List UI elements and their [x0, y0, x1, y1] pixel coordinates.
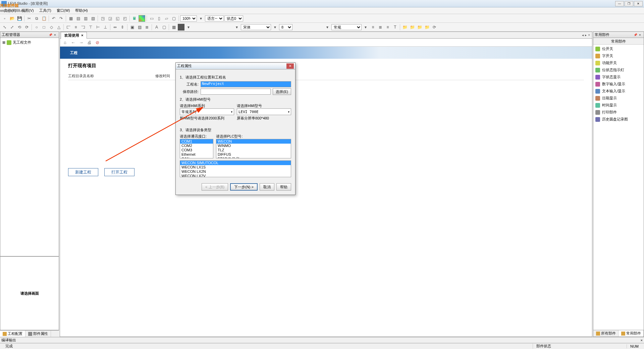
list-item[interactable]: DIFFUS	[216, 152, 291, 157]
tool-icon[interactable]: ▧	[90, 15, 96, 22]
component-item[interactable]: 时间显示	[594, 102, 643, 109]
close-panel-icon[interactable]: ×	[53, 33, 57, 37]
open-project-button[interactable]: 打开工程	[104, 168, 135, 176]
zoom-combo[interactable]: 100%	[180, 15, 197, 21]
open-icon[interactable]: 📂	[9, 15, 15, 22]
menu-help[interactable]: 帮助(H)	[72, 7, 90, 14]
list-item[interactable]: ET10VA 欧华	[216, 157, 291, 158]
new-project-button[interactable]: 新建工程	[68, 168, 98, 176]
home-icon[interactable]: ⌂	[62, 40, 68, 46]
align-left-icon[interactable]: ⫍	[65, 24, 72, 31]
tool-icon[interactable]: ◱	[114, 15, 121, 22]
list-item[interactable]: COM3	[180, 148, 213, 152]
refresh-icon[interactable]: ⟳	[431, 24, 438, 31]
calc-icon[interactable]: 🖩	[131, 15, 138, 22]
align-icon[interactable]: ⤢	[9, 24, 15, 31]
compile-output-header[interactable]: 编译输出 ×	[0, 337, 644, 343]
menu-view[interactable]: 视图(V)	[19, 7, 37, 14]
tab-part-property[interactable]: 部件属性	[25, 331, 51, 337]
dist-icon[interactable]: ⇔	[112, 24, 118, 31]
port-listbox[interactable]: COM1COM2COM3EthernetCAN	[180, 139, 213, 158]
align-text-center-icon[interactable]: ≣	[377, 24, 384, 31]
forward-icon[interactable]: →	[78, 40, 84, 46]
tool-icon[interactable]: ◳	[99, 15, 106, 22]
font-combo[interactable]: 宋体	[241, 24, 271, 30]
minimize-button[interactable]: —	[615, 1, 624, 6]
tool-icon[interactable]: ▦	[67, 15, 74, 22]
shape-icon[interactable]: △	[55, 24, 62, 31]
tool-icon[interactable]: ▢	[170, 15, 177, 22]
close-tab-icon[interactable]: ×	[81, 33, 83, 37]
dropdown-arrow-icon[interactable]: ▾	[272, 24, 278, 31]
shape-icon[interactable]: □	[41, 24, 47, 31]
list-item[interactable]: CAN	[180, 157, 213, 158]
save-path-input[interactable]	[201, 89, 271, 95]
tab-nav-right-icon[interactable]: ▸	[585, 33, 587, 37]
hmi-series-combo[interactable]: 常规系列	[180, 108, 234, 115]
help-button[interactable]: 帮助	[276, 183, 291, 191]
text-icon[interactable]: A	[153, 24, 160, 31]
tab-close-icon[interactable]: ×	[588, 33, 590, 37]
tool-icon[interactable]: ▭	[148, 15, 155, 22]
component-item[interactable]: 字状态显示	[594, 73, 643, 81]
maximize-button[interactable]: ❐	[625, 1, 633, 6]
list-item[interactable]: WECON LX2N	[180, 169, 291, 174]
group-icon[interactable]: ▣	[129, 24, 136, 31]
tool-icon[interactable]: ◰	[121, 15, 128, 22]
language-combo[interactable]: 语言一	[205, 15, 224, 21]
align-text-right-icon[interactable]: ≡	[384, 24, 391, 31]
tool-icon[interactable]: ◲	[107, 15, 113, 22]
component-item[interactable]: 位开关	[594, 45, 643, 52]
folder-icon[interactable]: 📁	[401, 24, 408, 31]
folder-icon[interactable]: 📁	[416, 24, 423, 31]
plc-listbox[interactable]: WECONWINMOTLZDIFFUSET10VA 欧华ECHNSC 深川	[216, 139, 291, 158]
weight-combo[interactable]: 常规	[331, 24, 362, 30]
folder-icon[interactable]: 📁	[409, 24, 416, 31]
browse-button[interactable]: 选择(E)	[273, 88, 291, 95]
delete-icon[interactable]: ⊘	[94, 40, 100, 46]
dialog-close-button[interactable]: ✕	[286, 63, 294, 69]
component-item[interactable]: 日期显示	[594, 95, 643, 102]
tab-all-parts[interactable]: 所有部件	[593, 330, 619, 337]
component-item[interactable]: 字开关	[594, 52, 643, 59]
component-item[interactable]: 位状态指示灯	[594, 66, 643, 73]
component-item[interactable]: 文本输入/显示	[594, 88, 643, 95]
next-button[interactable]: 下一步(N) >	[230, 183, 258, 191]
tool-icon[interactable]: ▯	[156, 15, 162, 22]
save-icon[interactable]: 💾	[16, 15, 23, 22]
align-icon[interactable]: ⤡	[1, 24, 8, 31]
list-item[interactable]: TLZ	[216, 148, 291, 152]
component-item[interactable]: 功能开关	[594, 59, 643, 66]
color-icon[interactable]	[178, 24, 184, 31]
pin-icon[interactable]: 📌	[633, 33, 638, 37]
close-button[interactable]: ✕	[634, 1, 643, 6]
align-right-icon[interactable]: ⫎	[80, 24, 87, 31]
menu-window[interactable]: 窗口(W)	[54, 7, 73, 14]
print-icon[interactable]: 🖨	[86, 40, 92, 46]
tool-icon[interactable]: ▱	[163, 15, 170, 22]
cut-icon[interactable]: ✂	[26, 15, 33, 22]
component-item[interactable]: 数字输入/显示	[594, 81, 643, 88]
ungroup-icon[interactable]: ▨	[136, 24, 143, 31]
palette-icon[interactable]	[139, 15, 145, 22]
folder-icon[interactable]: 📁	[424, 24, 430, 31]
list-item[interactable]: COM1	[180, 139, 213, 144]
layer-icon[interactable]: ≣	[144, 24, 150, 31]
document-tab-welcome[interactable]: 欢迎使用×	[61, 32, 87, 39]
align-icon[interactable]: ⟲	[16, 24, 23, 31]
component-item[interactable]: 打印部件	[594, 109, 643, 116]
pin-icon[interactable]: 📌	[48, 33, 53, 37]
tree-root-item[interactable]: ⊞ 无工程文件	[2, 39, 57, 46]
tool-icon[interactable]: ▥	[82, 15, 89, 22]
undo-icon[interactable]: ↶	[50, 15, 57, 22]
tool-icon[interactable]: ▤	[75, 15, 82, 22]
new-icon[interactable]: ▫	[1, 15, 8, 22]
align-text-left-icon[interactable]: ≡	[370, 24, 376, 31]
close-panel-icon[interactable]: ×	[638, 33, 642, 37]
align-icon[interactable]: ⟳	[23, 24, 30, 31]
align-top-icon[interactable]: ⊤	[87, 24, 94, 31]
tab-project-config[interactable]: 工程配置	[0, 331, 25, 337]
list-item[interactable]: WECON LX1S	[180, 165, 291, 169]
dropdown-arrow-icon[interactable]: ▾	[233, 24, 240, 31]
redo-icon[interactable]: ↷	[58, 15, 64, 22]
